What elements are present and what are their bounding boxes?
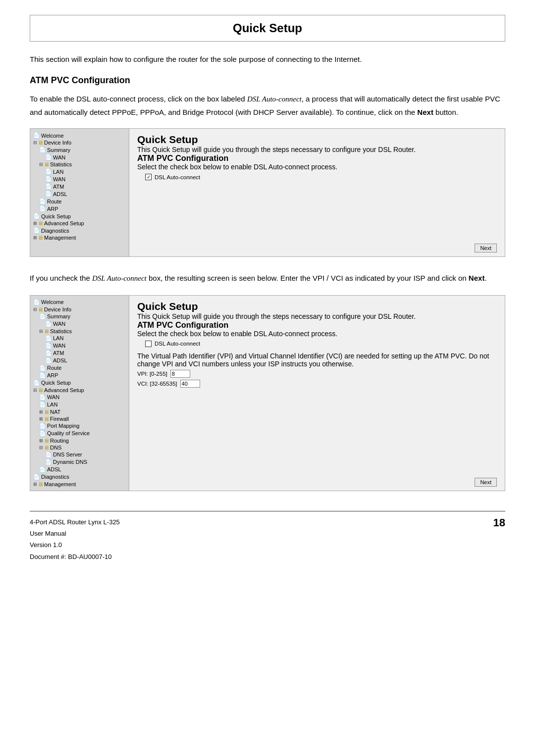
sidebar-label: WAN: [53, 154, 65, 160]
panel2-title: Quick Setup: [137, 301, 497, 312]
panel2-vci-label: VCI: [32-65535]: [137, 381, 177, 387]
sidebar-item[interactable]: ⊞🖥Management: [32, 234, 127, 241]
sidebar-item[interactable]: 📄Summary: [32, 146, 127, 153]
sidebar-label: Advanced Setup: [44, 387, 84, 393]
expand-icon: ⊞: [33, 482, 37, 487]
sidebar-item[interactable]: 📄WAN: [32, 342, 127, 350]
folder-icon: 🖥: [44, 445, 49, 451]
sidebar-item[interactable]: 📄ATM: [32, 183, 127, 190]
sidebar-item[interactable]: ⊟🖥Device Info: [32, 306, 127, 313]
sidebar-item[interactable]: 📄Route: [32, 198, 127, 205]
sidebar-item[interactable]: 📄Welcome: [32, 299, 127, 306]
folder-icon: 🖥: [38, 481, 43, 487]
panel2-vpi-label: VPI: [0-255]: [137, 371, 167, 377]
sidebar-item[interactable]: 📄WAN: [32, 153, 127, 161]
sidebar-item[interactable]: 📄Port Mapping: [32, 422, 127, 430]
sidebar-item[interactable]: 📄ADSL: [32, 190, 127, 198]
sidebar-label: LAN: [53, 335, 63, 341]
sidebar-item[interactable]: 📄WAN: [32, 320, 127, 328]
sidebar-item[interactable]: 📄LAN: [32, 168, 127, 175]
sidebar-item[interactable]: 📄Dynamic DNS: [32, 458, 127, 466]
page-icon: 📄: [39, 147, 46, 153]
panel2-checkbox-label: Select the check box below to enable DSL…: [137, 330, 497, 338]
sidebar-label: Diagnostics: [41, 474, 69, 480]
sidebar-item[interactable]: 📄Welcome: [32, 132, 127, 139]
panel2-vci-input[interactable]: [180, 380, 200, 388]
sidebar-label: Quick Setup: [41, 213, 71, 219]
sidebar-label: NAT: [50, 409, 60, 415]
panel2-checkbox-row[interactable]: DSL Auto-connect: [145, 341, 497, 347]
sidebar-item[interactable]: ⊟🖥Advanced Setup: [32, 387, 127, 394]
sidebar-item[interactable]: ⊞🖥Firewall: [32, 415, 127, 422]
sidebar-item[interactable]: 📄WAN: [32, 394, 127, 401]
sidebar-item[interactable]: 📄Summary: [32, 313, 127, 320]
sidebar-item[interactable]: 📄DNS Server: [32, 451, 127, 458]
folder-icon: 🖥: [38, 235, 43, 241]
sidebar-label: WAN: [53, 176, 65, 182]
page-icon: 📄: [39, 430, 46, 437]
sidebar-item[interactable]: 📄WAN: [32, 175, 127, 183]
sidebar-item[interactable]: 📄ARP: [32, 372, 127, 379]
sidebar-item[interactable]: 📄Quick Setup: [32, 379, 127, 387]
sidebar-item[interactable]: ⊟🖥Statistics: [32, 328, 127, 335]
page-icon: 📄: [45, 191, 52, 197]
expand-icon: ⊞: [33, 235, 37, 240]
page-icon: 📄: [33, 227, 40, 234]
sidebar-item[interactable]: ⊞🖥Routing: [32, 437, 127, 444]
sidebar-label: Port Mapping: [47, 423, 79, 429]
expand-icon: ⊟: [33, 140, 37, 145]
sidebar-item[interactable]: 📄Quick Setup: [32, 212, 127, 220]
sidebar-label: Device Info: [44, 140, 71, 146]
sidebar-item[interactable]: ⊞🖥Management: [32, 481, 127, 488]
folder-icon: 🖥: [38, 220, 43, 226]
sidebar-item[interactable]: 📄LAN: [32, 335, 127, 342]
panel2-vpi-note: The Virtual Path Identifier (VPI) and Vi…: [137, 352, 497, 368]
body2-term: DSL Auto-connect: [92, 274, 147, 282]
atm-pvc-heading: ATM PVC Configuration: [30, 75, 505, 86]
sidebar-item[interactable]: 📄Diagnostics: [32, 227, 127, 234]
page-icon: 📄: [39, 198, 46, 204]
sidebar-label: ARP: [47, 372, 58, 378]
sidebar-item[interactable]: 📄LAN: [32, 401, 127, 408]
panel2-checkbox[interactable]: [145, 341, 152, 347]
sidebar-label: WAN: [47, 394, 59, 400]
sidebar-label: ARP: [47, 206, 58, 212]
sidebar-item[interactable]: 📄ADSL: [32, 466, 127, 473]
page-icon: 📄: [45, 168, 52, 175]
sidebar-item[interactable]: ⊞🖥Advanced Setup: [32, 220, 127, 227]
expand-icon: ⊞: [39, 416, 43, 421]
panel1-next-button[interactable]: Next: [475, 244, 497, 252]
sidebar-item[interactable]: ⊟🖥DNS: [32, 444, 127, 451]
sidebar-item[interactable]: ⊟🖥Device Info: [32, 139, 127, 146]
sidebar-item[interactable]: 📄ADSL: [32, 357, 127, 364]
sidebar-item[interactable]: 📄Diagnostics: [32, 473, 127, 481]
sidebar-item[interactable]: 📄ATM: [32, 350, 127, 357]
panel1-checkbox-row[interactable]: ✓ DSL Auto-connect: [145, 174, 497, 180]
page-icon: 📄: [45, 321, 52, 327]
panel1-sidebar: 📄Welcome⊟🖥Device Info📄Summary📄WAN⊟🖥Stati…: [30, 129, 129, 256]
sidebar-label: Diagnostics: [41, 228, 69, 234]
panel1-btn-area: Next: [129, 236, 505, 256]
panel1-atm-heading: ATM PVC Configuration: [137, 153, 497, 163]
panel2-next-button[interactable]: Next: [475, 478, 497, 487]
footer-left: 4-Port ADSL Router Lynx L-325 User Manua…: [30, 516, 120, 563]
intro-paragraph: This section will explain how to configu…: [30, 53, 505, 65]
sidebar-item[interactable]: 📄Quality of Service: [32, 430, 127, 437]
panel2-description: This Quick Setup will guide you through …: [137, 312, 497, 320]
sidebar-label: ATM: [53, 350, 64, 356]
expand-icon: ⊟: [39, 329, 43, 334]
sidebar-label: DNS: [50, 445, 61, 451]
folder-icon: 🖥: [44, 328, 49, 334]
panel2-vpi-input[interactable]: [170, 370, 190, 378]
sidebar-label: LAN: [53, 169, 63, 175]
sidebar-item[interactable]: ⊞🖥NAT: [32, 408, 127, 415]
sidebar-item[interactable]: 📄Route: [32, 364, 127, 372]
sidebar-label: LAN: [47, 402, 57, 407]
sidebar-item[interactable]: 📄ARP: [32, 205, 127, 212]
panel1-checkbox[interactable]: ✓: [145, 174, 152, 180]
sidebar-label: Welcome: [41, 299, 64, 305]
body2-bold: Next: [469, 274, 485, 282]
page-icon: 📄: [45, 350, 52, 356]
sidebar-item[interactable]: ⊟🖥Statistics: [32, 161, 127, 168]
panel1-description: This Quick Setup will guide you through …: [137, 146, 497, 153]
